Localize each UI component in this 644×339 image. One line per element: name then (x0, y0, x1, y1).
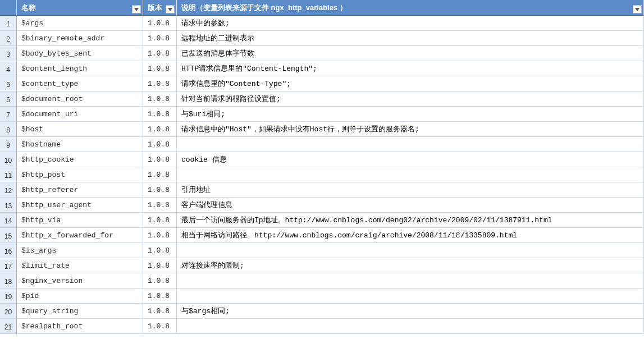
cell-version[interactable]: 1.0.8 (143, 107, 177, 122)
cell-version[interactable]: 1.0.8 (143, 61, 177, 76)
cell-version[interactable]: 1.0.8 (143, 46, 177, 61)
cell-name[interactable]: $http_x_forwarded_for (17, 228, 143, 243)
cell-description[interactable]: cookie 信息 (177, 152, 644, 167)
cell-description[interactable]: 最后一个访问服务器的Ip地址。http://www.cnblogs.com/de… (177, 213, 644, 228)
row-number[interactable]: 17 (0, 258, 17, 273)
cell-description[interactable]: HTTP请求信息里的"Content-Length"; (177, 61, 644, 76)
filter-dropdown-icon[interactable] (132, 5, 141, 13)
cell-version[interactable]: 1.0.8 (143, 304, 177, 319)
cell-version[interactable]: 1.0.8 (143, 16, 177, 31)
cell-version[interactable]: 1.0.8 (143, 137, 177, 152)
cell-description[interactable] (177, 167, 644, 182)
cell-version[interactable]: 1.0.8 (143, 198, 177, 213)
cell-description[interactable]: 与$uri相同; (177, 107, 644, 122)
cell-version[interactable]: 1.0.8 (143, 182, 177, 198)
cell-name[interactable]: $body_bytes_sent (17, 46, 143, 61)
cell-version[interactable]: 1.0.8 (143, 228, 177, 243)
cell-name[interactable]: $http_user_agent (17, 198, 143, 213)
cell-name[interactable]: $document_uri (17, 107, 143, 122)
cell-description[interactable]: 远程地址的二进制表示 (177, 31, 644, 46)
cell-description[interactable]: 针对当前请求的根路径设置值; (177, 91, 644, 107)
row-number[interactable]: 20 (0, 304, 17, 319)
cell-name[interactable]: $binary_remote_addr (17, 31, 143, 46)
cell-version[interactable]: 1.0.8 (143, 258, 177, 273)
cell-description[interactable] (177, 243, 644, 258)
cell-description[interactable] (177, 288, 644, 304)
column-header-name[interactable]: 名称 (17, 0, 143, 16)
cell-name[interactable]: $args (17, 16, 143, 31)
cell-description[interactable]: 相当于网络访问路径。http://www.cnblogs.com/craig/a… (177, 228, 644, 243)
cell-version[interactable]: 1.0.8 (143, 319, 177, 334)
row-number[interactable]: 13 (0, 198, 17, 213)
cell-name[interactable]: $http_referer (17, 182, 143, 198)
cell-name[interactable]: $pid (17, 288, 143, 304)
filter-dropdown-icon[interactable] (166, 5, 175, 13)
cell-version[interactable]: 1.0.8 (143, 243, 177, 258)
row-number[interactable]: 15 (0, 228, 17, 243)
row-number[interactable]: 3 (0, 46, 17, 61)
cell-version[interactable]: 1.0.8 (143, 152, 177, 167)
row-number[interactable]: 10 (0, 152, 17, 167)
cell-description[interactable] (177, 273, 644, 288)
header-corner (0, 0, 17, 16)
cell-description[interactable]: 客户端代理信息 (177, 198, 644, 213)
row-number[interactable]: 19 (0, 288, 17, 304)
cell-version[interactable]: 1.0.8 (143, 213, 177, 228)
cell-name[interactable]: $host (17, 122, 143, 137)
cell-name[interactable]: $http_via (17, 213, 143, 228)
cell-name[interactable]: $limit_rate (17, 258, 143, 273)
cell-version[interactable]: 1.0.8 (143, 31, 177, 46)
row-number[interactable]: 7 (0, 107, 17, 122)
row-number[interactable]: 16 (0, 243, 17, 258)
cell-name[interactable]: $http_post (17, 167, 143, 182)
cell-description[interactable] (177, 319, 644, 334)
cell-version[interactable]: 1.0.8 (143, 76, 177, 91)
cell-version[interactable]: 1.0.8 (143, 167, 177, 182)
spreadsheet-table: 名称 版本 说明（变量列表来源于文件 ngx_http_variables ） … (0, 0, 644, 334)
cell-description[interactable]: 引用地址 (177, 182, 644, 198)
cell-name[interactable]: $nginx_version (17, 273, 143, 288)
row-number[interactable]: 1 (0, 16, 17, 31)
cell-description[interactable] (177, 137, 644, 152)
cell-description[interactable]: 与$args相同; (177, 304, 644, 319)
cell-description[interactable]: 对连接速率的限制; (177, 258, 644, 273)
row-number[interactable]: 21 (0, 319, 17, 334)
column-header-description[interactable]: 说明（变量列表来源于文件 ngx_http_variables ） (177, 0, 644, 16)
cell-name[interactable]: $http_cookie (17, 152, 143, 167)
row-number[interactable]: 8 (0, 122, 17, 137)
row-number[interactable]: 6 (0, 91, 17, 107)
row-number[interactable]: 4 (0, 61, 17, 76)
cell-version[interactable]: 1.0.8 (143, 288, 177, 304)
cell-name[interactable]: $content_length (17, 61, 143, 76)
cell-version[interactable]: 1.0.8 (143, 273, 177, 288)
cell-description[interactable]: 已发送的消息体字节数 (177, 46, 644, 61)
cell-version[interactable]: 1.0.8 (143, 91, 177, 107)
cell-name[interactable]: $is_args (17, 243, 143, 258)
column-header-description-label: 说明（变量列表来源于文件 ngx_http_variables ） (181, 3, 347, 13)
column-header-name-label: 名称 (21, 3, 36, 13)
cell-description[interactable]: 请求信息中的"Host"，如果请求中没有Host行，则等于设置的服务器名; (177, 122, 644, 137)
column-header-version-label: 版本 (148, 3, 162, 13)
filter-dropdown-icon[interactable] (633, 5, 642, 13)
cell-name[interactable]: $document_root (17, 91, 143, 107)
cell-description[interactable]: 请求中的参数; (177, 16, 644, 31)
column-header-version[interactable]: 版本 (143, 0, 177, 16)
row-number[interactable]: 14 (0, 213, 17, 228)
cell-version[interactable]: 1.0.8 (143, 122, 177, 137)
cell-name[interactable]: $content_type (17, 76, 143, 91)
row-number[interactable]: 18 (0, 273, 17, 288)
row-number[interactable]: 12 (0, 182, 17, 198)
row-number[interactable]: 5 (0, 76, 17, 91)
cell-name[interactable]: $query_string (17, 304, 143, 319)
cell-description[interactable]: 请求信息里的"Content-Type"; (177, 76, 644, 91)
row-number[interactable]: 2 (0, 31, 17, 46)
cell-name[interactable]: $hostname (17, 137, 143, 152)
row-number[interactable]: 9 (0, 137, 17, 152)
cell-name[interactable]: $realpath_root (17, 319, 143, 334)
row-number[interactable]: 11 (0, 167, 17, 182)
